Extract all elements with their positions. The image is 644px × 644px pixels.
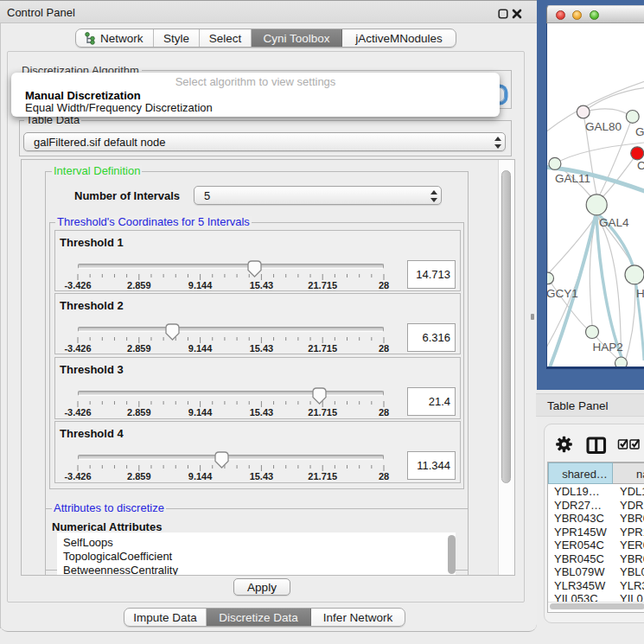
svg-text:GAL11: GAL11 bbox=[555, 172, 590, 185]
svg-text:H: H bbox=[636, 287, 644, 300]
svg-text:GCY1: GCY1 bbox=[547, 287, 578, 300]
svg-text:C: C bbox=[637, 159, 644, 172]
svg-text:GAL4: GAL4 bbox=[599, 216, 629, 229]
svg-text:GAL80: GAL80 bbox=[585, 120, 622, 133]
svg-text:HAP2: HAP2 bbox=[593, 341, 623, 354]
svg-text:GA: GA bbox=[635, 125, 644, 138]
